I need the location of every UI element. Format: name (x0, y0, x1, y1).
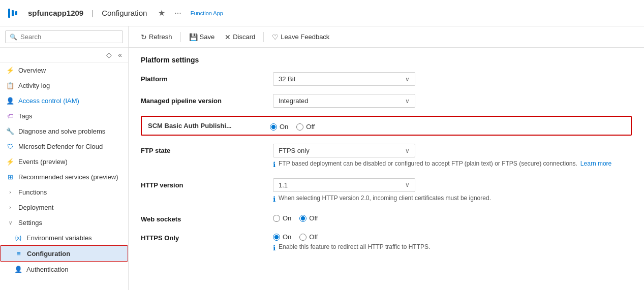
http-version-select[interactable]: 1.1 ∨ (273, 178, 415, 192)
https-only-on-label: On (283, 233, 291, 241)
feedback-icon: ♡ (272, 33, 279, 41)
web-sockets-row: Web sockets On Off (141, 212, 632, 223)
http-version-dropdown-arrow: ∨ (405, 181, 410, 188)
favorite-button[interactable]: ★ (156, 7, 167, 19)
sidebar-nav: ⚡ Overview 📋 Activity log 👤 Access contr… (0, 62, 128, 290)
toolbar: ↻ Refresh 💾 Save ✕ Discard ♡ Leave Feedb… (129, 26, 644, 48)
web-sockets-off-label: Off (309, 214, 318, 222)
sidebar-item-activity-log[interactable]: 📋 Activity log (0, 78, 128, 93)
sidebar-item-label: Microsoft Defender for Cloud (18, 143, 122, 150)
right-panel: ↻ Refresh 💾 Save ✕ Discard ♡ Leave Feedb… (129, 26, 644, 290)
sidebar-item-label: Deployment (18, 204, 122, 211)
web-sockets-off-radio[interactable] (299, 215, 306, 222)
https-info-row: ℹ Enable this feature to redirect all HT… (273, 243, 632, 253)
sidebar-item-label: Tags (18, 112, 122, 120)
sidebar-item-events[interactable]: ⚡ Events (preview) (0, 154, 128, 169)
https-only-control: On Off ℹ Enable this feature to redirect… (273, 231, 632, 253)
access-control-icon: 👤 (6, 96, 14, 105)
search-box[interactable]: 🔍 (5, 30, 123, 43)
sidebar-item-env-variables[interactable]: {x} Environment variables (0, 230, 128, 245)
sidebar-item-recommended[interactable]: ⊞ Recommended services (preview) (0, 169, 128, 184)
ftp-state-dropdown-arrow: ∨ (405, 147, 410, 154)
sidebar-item-configuration[interactable]: ≡ Configuration (0, 245, 128, 262)
sidebar-item-label: Recommended services (preview) (18, 173, 122, 181)
ftp-state-control: FTPS only ∨ ℹ FTP based deployment can b… (273, 144, 632, 170)
platform-row: Platform 32 Bit ∨ (141, 72, 632, 86)
save-button[interactable]: 💾 Save (185, 31, 219, 43)
defender-icon: 🛡 (6, 142, 14, 150)
sidebar-item-tags[interactable]: 🏷 Tags (0, 108, 128, 123)
web-sockets-on-radio[interactable] (273, 215, 280, 222)
refresh-label: Refresh (149, 33, 172, 41)
http-version-row: HTTP version 1.1 ∨ ℹ When selecting HTTP… (141, 178, 632, 205)
app-subtitle: Function App (191, 10, 223, 16)
scm-auth-row: SCM Basic Auth Publishi... On Off (141, 116, 632, 136)
managed-pipeline-dropdown-arrow: ∨ (405, 98, 410, 105)
scm-auth-radio-group: On Off (270, 121, 315, 131)
deployment-chevron-icon: › (6, 203, 14, 211)
more-options-button[interactable]: ··· (172, 8, 183, 19)
https-only-off-option[interactable]: Off (299, 233, 318, 241)
search-input[interactable] (20, 33, 118, 41)
platform-select[interactable]: 32 Bit ∨ (273, 72, 415, 86)
sidebar-item-deployment[interactable]: › Deployment (0, 200, 128, 215)
sidebar-item-diagnose[interactable]: 🔧 Diagnose and solve problems (0, 123, 128, 139)
https-only-on-radio[interactable] (273, 234, 280, 241)
refresh-button[interactable]: ↻ Refresh (137, 31, 176, 43)
sidebar-item-label: Environment variables (26, 234, 122, 242)
ftp-info-text: FTP based deployment can be disabled or … (279, 159, 577, 168)
scm-auth-on-option[interactable]: On (270, 123, 288, 131)
web-sockets-off-option[interactable]: Off (299, 214, 318, 222)
ftp-state-label: FTP state (141, 144, 273, 154)
sidebar-item-label: Events (preview) (18, 158, 122, 166)
sidebar-item-defender[interactable]: 🛡 Microsoft Defender for Cloud (0, 139, 128, 154)
feedback-label: Leave Feedback (281, 33, 329, 41)
platform-control: 32 Bit ∨ (273, 72, 632, 86)
web-sockets-control: On Off (273, 212, 632, 222)
scm-auth-off-option[interactable]: Off (296, 123, 315, 131)
https-only-radio-group: On Off (273, 231, 632, 241)
app-name: spfuncapp1209 (28, 9, 83, 17)
web-sockets-label: Web sockets (141, 212, 273, 223)
http-info-row: ℹ When selecting HTTP version 2.0, incom… (273, 194, 632, 205)
discard-icon: ✕ (225, 33, 231, 41)
settings-chevron-icon: ∨ (6, 218, 14, 227)
expand-icon[interactable]: ◇ (105, 50, 113, 60)
collapse-sidebar-button[interactable]: « (117, 50, 123, 60)
sidebar-item-label: Functions (18, 188, 122, 196)
sidebar-item-overview[interactable]: ⚡ Overview (0, 62, 128, 78)
header-separator: | (91, 9, 94, 17)
ftp-learn-more-link[interactable]: Learn more (580, 159, 611, 168)
ftp-info-row: ℹ FTP based deployment can be disabled o… (273, 159, 632, 170)
activity-log-icon: 📋 (6, 81, 14, 89)
sidebar-item-label: Configuration (27, 250, 121, 257)
managed-pipeline-select[interactable]: Integrated ∨ (273, 94, 415, 108)
content-area: Platform settings Platform 32 Bit ∨ Mana… (129, 48, 644, 290)
https-only-label: HTTPS Only (141, 231, 273, 242)
https-only-row: HTTPS Only On Off ℹ Enab (141, 231, 632, 253)
sidebar-item-authentication[interactable]: 👤 Authentication (0, 262, 128, 277)
feedback-button[interactable]: ♡ Leave Feedback (268, 31, 333, 43)
http-version-value: 1.1 (279, 181, 288, 189)
sidebar-item-settings[interactable]: ∨ Settings (0, 215, 128, 230)
http-version-label: HTTP version (141, 178, 273, 189)
scm-auth-off-radio[interactable] (296, 123, 303, 131)
sidebar-item-label: Access control (IAM) (18, 97, 122, 105)
ftp-state-select[interactable]: FTPS only ∨ (273, 144, 415, 157)
https-info-icon: ℹ (273, 243, 275, 253)
web-sockets-on-option[interactable]: On (273, 214, 291, 222)
https-only-on-option[interactable]: On (273, 233, 291, 241)
https-only-off-radio[interactable] (299, 234, 306, 241)
web-sockets-radio-group: On Off (273, 212, 632, 222)
scm-auth-on-radio[interactable] (270, 123, 277, 131)
save-label: Save (200, 33, 215, 41)
sidebar-item-label: Diagnose and solve problems (18, 127, 122, 135)
sidebar-item-functions[interactable]: › Functions (0, 184, 128, 200)
sidebar-item-label: Overview (18, 67, 122, 74)
functions-chevron-icon: › (6, 188, 14, 196)
discard-button[interactable]: ✕ Discard (221, 31, 259, 43)
sidebar-item-access-control[interactable]: 👤 Access control (IAM) (0, 93, 128, 108)
main-layout: 🔍 ◇ « ⚡ Overview 📋 Activity log 👤 Access… (0, 26, 644, 290)
toolbar-separator (180, 32, 181, 42)
recommended-icon: ⊞ (6, 173, 14, 181)
